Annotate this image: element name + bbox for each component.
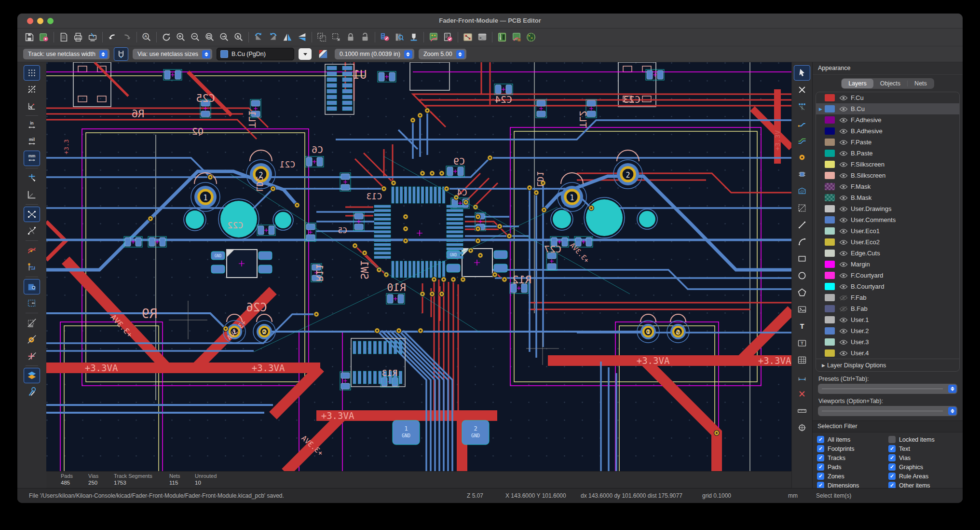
via-size-select[interactable]: Via: use netclass sizes [133, 49, 212, 59]
layer-color-swatch[interactable] [825, 116, 835, 124]
units-mil-button[interactable]: mil [24, 134, 40, 150]
net-highlight-button[interactable] [24, 259, 40, 275]
layer-row-user-3[interactable]: User.3 [816, 336, 959, 348]
layer-color-swatch[interactable] [825, 172, 835, 179]
grid-button[interactable] [24, 65, 40, 81]
filter-tracks[interactable]: ✓Tracks [817, 454, 888, 461]
layer-row-b-adhesive[interactable]: B.Adhesive [816, 126, 959, 137]
zone-fill-button[interactable] [24, 279, 40, 294]
filter-text[interactable]: ✓Text [888, 445, 963, 452]
eye-visible-icon[interactable] [839, 284, 851, 290]
draw-polygon-button[interactable] [794, 285, 810, 300]
layer-row-b-mask[interactable]: B.Mask [816, 192, 959, 203]
layer-row-b-silkscreen[interactable]: B.Silkscreen [816, 170, 959, 181]
eye-visible-icon[interactable] [839, 184, 851, 190]
ungroup-button[interactable] [329, 30, 343, 44]
redo-button[interactable] [120, 30, 134, 44]
sketch-pads-button[interactable] [24, 332, 40, 347]
layer-row-f-courtyard[interactable]: F.Courtyard [816, 270, 959, 281]
eye-visible-icon[interactable] [839, 328, 851, 334]
save-button[interactable] [22, 30, 37, 44]
layer-color-swatch[interactable] [825, 183, 835, 190]
draw-circle-button[interactable] [794, 268, 810, 283]
layer-row-user-1[interactable]: User.1 [816, 314, 959, 325]
add-dimension-button[interactable] [794, 369, 810, 385]
sketch-vias-button[interactable] [24, 348, 40, 363]
add-footprint-button[interactable] [794, 167, 810, 182]
layer-color-swatch[interactable] [825, 227, 835, 235]
eye-visible-icon[interactable] [839, 195, 851, 201]
polar-coords-button[interactable]: θ [24, 98, 40, 113]
layer-row-margin[interactable]: Margin [816, 259, 959, 270]
draw-rule-area-button[interactable] [794, 200, 810, 216]
highlight-net-button[interactable] [794, 82, 810, 98]
group-button[interactable] [314, 30, 329, 44]
measure-tool-button[interactable] [794, 403, 810, 418]
eye-visible-icon[interactable] [839, 262, 851, 267]
properties-panel-button[interactable] [24, 384, 40, 400]
footprint-browser-button[interactable] [392, 30, 407, 44]
layer-row-user-4[interactable]: User.4 [816, 348, 959, 359]
curved-tracks-button[interactable] [24, 243, 40, 258]
layer-row-f-adhesive[interactable]: F.Adhesive [816, 114, 959, 126]
checkbox-unchecked-icon[interactable] [888, 436, 896, 443]
lock-button[interactable] [343, 30, 358, 44]
layer-row-user-drawings[interactable]: User.Drawings [816, 203, 959, 214]
layer-color-swatch[interactable] [825, 349, 835, 357]
checkbox-checked-icon[interactable]: ✓ [817, 436, 824, 443]
plot-button[interactable] [85, 30, 100, 44]
eye-hidden-icon[interactable] [839, 295, 851, 301]
draw-rectangle-button[interactable] [794, 251, 810, 266]
checkbox-checked-icon[interactable]: ✓ [888, 445, 896, 452]
eye-visible-icon[interactable] [839, 173, 851, 179]
layer-row-b-fab[interactable]: B.Fab [816, 303, 959, 314]
layer-row-b-courtyard[interactable]: B.Courtyard [816, 281, 959, 292]
grid-override-button[interactable] [24, 82, 40, 97]
layer-row-f-cu[interactable]: F.Cu [816, 92, 959, 103]
zoom-in-button[interactable] [174, 30, 188, 44]
tab-layers[interactable]: Layers [842, 79, 873, 88]
layer-color-swatch[interactable] [825, 338, 835, 346]
3d-viewer-button[interactable] [524, 30, 538, 44]
eye-visible-icon[interactable] [839, 339, 851, 345]
layer-color-swatch[interactable] [825, 316, 835, 323]
layer-row-user-eco2[interactable]: User.Eco2 [816, 237, 959, 248]
track-width-select[interactable]: Track: use netclass width [23, 49, 109, 59]
zone-outline-button[interactable] [24, 295, 40, 311]
layer-dropdown-button[interactable] [299, 48, 312, 60]
checkbox-checked-icon[interactable]: ✓ [817, 473, 824, 480]
layer-color-swatch[interactable] [825, 194, 835, 201]
layer-color-swatch[interactable] [825, 261, 835, 268]
limit-45-button[interactable] [24, 187, 40, 202]
flip-horizontal-button[interactable] [280, 30, 295, 44]
layer-row-f-paste[interactable]: F.Paste [816, 137, 959, 148]
presets-select[interactable] [818, 384, 957, 394]
viewports-select[interactable] [818, 406, 957, 416]
layer-color-swatch[interactable] [825, 238, 835, 246]
layer-display-options[interactable]: ▶ Layer Display Options [816, 359, 959, 371]
eye-visible-icon[interactable] [839, 162, 851, 167]
layer-color-swatch[interactable] [825, 150, 835, 157]
layer-row-f-mask[interactable]: F.Mask [816, 181, 959, 192]
filter-vias[interactable]: ✓Vias [888, 454, 963, 461]
delete-tool-button[interactable] [794, 386, 810, 402]
design-rules-check-button[interactable] [441, 30, 455, 44]
filter-zones[interactable]: ✓Zones [817, 473, 888, 480]
zoom-fit-button[interactable] [203, 30, 217, 44]
flip-vertical-button[interactable] [295, 30, 309, 44]
zoom-objects-button[interactable] [217, 30, 231, 44]
board-setup-button[interactable] [37, 30, 51, 44]
refresh-button[interactable] [159, 30, 174, 44]
filter-locked-items[interactable]: Locked items [888, 436, 963, 443]
grid-origin-button[interactable] [794, 420, 810, 435]
filter-rule-areas[interactable]: ✓Rule Areas [888, 473, 963, 480]
print-button[interactable] [71, 30, 85, 44]
zoom-select[interactable]: Zoom 5.00 [419, 49, 466, 59]
scripting-console-button[interactable]: >_ [475, 30, 490, 44]
exchange-footprints-button[interactable] [509, 30, 524, 44]
add-reference-image-button[interactable] [794, 302, 810, 317]
layer-row-b-cu[interactable]: ▶B.Cu [816, 103, 959, 114]
eye-visible-icon[interactable] [839, 106, 851, 112]
checkbox-checked-icon[interactable]: ✓ [817, 454, 824, 461]
eye-visible-icon[interactable] [839, 206, 851, 212]
